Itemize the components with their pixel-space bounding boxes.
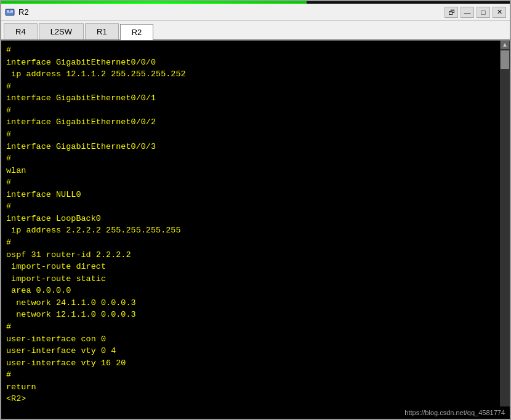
svg-rect-1 — [7, 10, 9, 12]
main-window: R2 🗗 — □ ✕ R4 L2SW R1 R2 # interface Gig… — [0, 0, 511, 420]
title-bar: R2 🗗 — □ ✕ — [1, 4, 510, 21]
tabs-row: R4 L2SW R1 R2 — [1, 21, 510, 41]
tab-r1[interactable]: R1 — [85, 23, 119, 39]
maximize-button[interactable]: □ — [477, 7, 490, 18]
scroll-up-arrow[interactable]: ▲ — [501, 41, 509, 49]
window-controls: 🗗 — □ ✕ — [445, 7, 506, 18]
status-bar: https://blog.csdn.net/qq_4581774 — [1, 406, 510, 419]
svg-rect-2 — [10, 10, 13, 12]
close-button[interactable]: ✕ — [493, 7, 506, 18]
scroll-thumb[interactable] — [501, 50, 509, 69]
terminal-output[interactable]: # interface GigabitEthernet0/0/0 ip addr… — [1, 41, 500, 406]
tab-r4[interactable]: R4 — [4, 23, 38, 39]
restore-button[interactable]: 🗗 — [445, 7, 458, 18]
scrollbar[interactable]: ▲ — [500, 41, 510, 406]
minimize-button[interactable]: — — [461, 7, 474, 18]
progress-bar — [1, 1, 307, 4]
app-icon — [5, 7, 15, 17]
svg-rect-3 — [7, 12, 13, 13]
tab-r2[interactable]: R2 — [120, 24, 154, 40]
window-title: R2 — [18, 7, 29, 17]
tab-l2sw[interactable]: L2SW — [39, 23, 84, 39]
terminal-area: # interface GigabitEthernet0/0/0 ip addr… — [1, 41, 510, 406]
status-url: https://blog.csdn.net/qq_4581774 — [404, 409, 505, 416]
